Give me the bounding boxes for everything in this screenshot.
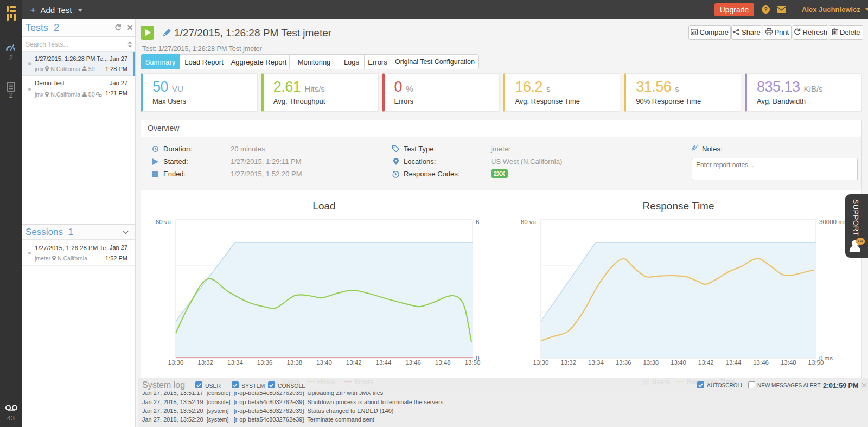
svg-text:60 vu: 60 vu	[156, 219, 171, 225]
svg-text:13:44: 13:44	[376, 359, 392, 366]
svg-text:13:30: 13:30	[168, 359, 184, 366]
svg-text:13:42: 13:42	[346, 359, 362, 366]
svg-text:13:44: 13:44	[726, 359, 742, 366]
svg-text:13:32: 13:32	[560, 359, 576, 366]
svg-text:13:42: 13:42	[698, 359, 714, 366]
svg-text:13:34: 13:34	[227, 359, 243, 366]
svg-text:13:46: 13:46	[753, 359, 769, 366]
svg-text:13:38: 13:38	[643, 359, 659, 366]
svg-text:13:36: 13:36	[616, 359, 631, 366]
svg-text:13:34: 13:34	[588, 359, 604, 366]
svg-text:13:36: 13:36	[257, 359, 273, 366]
svg-text:13:38: 13:38	[286, 359, 302, 366]
svg-text:13:32: 13:32	[197, 359, 213, 366]
svg-text:13:50: 13:50	[808, 359, 824, 366]
svg-text:13:40: 13:40	[316, 359, 332, 366]
svg-text:13:50: 13:50	[465, 359, 481, 366]
svg-text:13:40: 13:40	[671, 359, 686, 366]
svg-text:30000 ms: 30000 ms	[819, 219, 847, 225]
svg-text:13:48: 13:48	[435, 359, 451, 366]
svg-text:60 vu: 60 vu	[521, 219, 536, 225]
svg-text:13:46: 13:46	[405, 359, 421, 366]
svg-text:6: 6	[476, 219, 479, 225]
svg-text:13:30: 13:30	[533, 359, 549, 366]
svg-text:13:48: 13:48	[781, 359, 796, 366]
